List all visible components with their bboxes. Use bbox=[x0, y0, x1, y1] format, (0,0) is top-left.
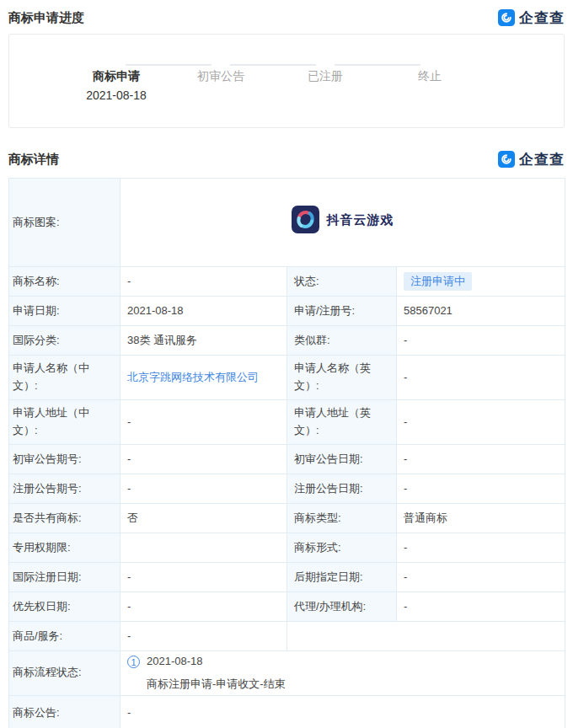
qichacha-logo-text: 企查查 bbox=[519, 8, 565, 28]
trademark-progress-stepper: 商标申请 2021-08-18 初审公告 已注册 终止 bbox=[9, 35, 564, 102]
process-step-date: 2021-08-18 bbox=[147, 653, 203, 671]
field-label: 优先权日期: bbox=[9, 592, 120, 622]
row-intl-later: 国际注册日期: - 后期指定日期: - bbox=[9, 563, 565, 592]
step-label: 初审公告 bbox=[169, 69, 273, 84]
field-label: 申请人名称（中文）: bbox=[9, 356, 120, 400]
field-value: - bbox=[120, 592, 287, 622]
field-value: 北京字跳网络技术有限公司 bbox=[120, 356, 287, 400]
step-registered: 已注册 bbox=[273, 61, 378, 102]
qichacha-logo: 企查查 bbox=[498, 150, 565, 169]
field-label: 是否共有商标: bbox=[9, 504, 120, 533]
field-label: 申请/注册号: bbox=[287, 297, 397, 326]
field-label: 代理/办理机构: bbox=[287, 592, 397, 622]
field-value: - bbox=[397, 533, 565, 563]
row-class-group: 国际分类: 38类 通讯服务 类似群: - bbox=[9, 326, 565, 356]
field-value: - bbox=[120, 267, 287, 297]
row-prelim-issue: 初审公告期号: - 初审公告日期: - bbox=[9, 445, 565, 474]
field-value: - bbox=[397, 400, 565, 445]
field-value: 普通商标 bbox=[397, 504, 565, 533]
field-label: 初审公告日期: bbox=[287, 445, 397, 474]
row-trademark-image: 商标图案: 抖音云游戏 bbox=[9, 179, 565, 267]
field-label: 注册公告日期: bbox=[287, 474, 397, 504]
field-value: - bbox=[120, 445, 287, 474]
field-value: - bbox=[120, 400, 287, 445]
detail-section-title: 商标详情 bbox=[8, 152, 59, 168]
qichacha-icon bbox=[498, 9, 515, 26]
row-shared-type: 是否共有商标: 否 商标类型: 普通商标 bbox=[9, 504, 565, 533]
field-label: 注册公告期号: bbox=[9, 474, 120, 504]
step-date: 2021-08-18 bbox=[64, 88, 169, 102]
process-status-cell: 1 2021-08-18 商标注册申请-申请收文-结束 bbox=[120, 651, 565, 696]
field-value: - bbox=[397, 474, 565, 504]
process-step-number-icon: 1 bbox=[127, 656, 140, 668]
applicant-company-link[interactable]: 北京字跳网络技术有限公司 bbox=[127, 371, 259, 383]
field-label: 商标公告: bbox=[9, 695, 120, 728]
field-value: - bbox=[397, 445, 565, 474]
field-value: 否 bbox=[120, 504, 287, 533]
trademark-progress-section: 商标申请进度 企查查 商标申请 2021-08-18 初审公告 bbox=[0, 7, 573, 128]
field-value: 2021-08-18 bbox=[120, 297, 287, 326]
progress-section-header: 商标申请进度 企查查 bbox=[8, 7, 565, 29]
field-value: - bbox=[397, 356, 565, 400]
progress-card: 商标申请 2021-08-18 初审公告 已注册 终止 bbox=[8, 34, 565, 128]
field-value: - bbox=[120, 622, 287, 651]
row-date-regno: 申请日期: 2021-08-18 申请/注册号: 58567021 bbox=[9, 297, 565, 326]
progress-section-title: 商标申请进度 bbox=[8, 10, 84, 26]
field-label: 商标形式: bbox=[287, 533, 397, 563]
field-value: 58567021 bbox=[397, 297, 565, 326]
detail-section-header: 商标详情 企查查 bbox=[8, 148, 565, 170]
qichacha-logo: 企查查 bbox=[498, 8, 565, 28]
field-label: 专用权期限: bbox=[9, 533, 120, 563]
field-value: - bbox=[397, 563, 565, 592]
field-label: 申请人名称（英文）: bbox=[287, 356, 397, 400]
field-label: 申请人地址（中文）: bbox=[9, 400, 120, 445]
trademark-logo: 抖音云游戏 bbox=[292, 206, 394, 233]
row-name-status: 商标名称: - 状态: 注册申请中 bbox=[9, 267, 565, 297]
step-label: 终止 bbox=[378, 69, 482, 84]
process-step-description: 商标注册申请-申请收文-结束 bbox=[147, 676, 558, 693]
row-goods-services: 商品/服务: - bbox=[9, 622, 565, 651]
field-label: 商标类型: bbox=[287, 504, 397, 533]
field-label: 商标名称: bbox=[9, 267, 120, 297]
field-value: - bbox=[120, 695, 565, 728]
status-badge: 注册申请中 bbox=[404, 272, 472, 292]
step-trademark-application: 商标申请 2021-08-18 bbox=[64, 61, 169, 102]
qichacha-icon bbox=[498, 151, 515, 168]
field-value bbox=[120, 533, 287, 563]
field-label: 国际分类: bbox=[9, 326, 120, 356]
field-label: 后期指定日期: bbox=[287, 563, 397, 592]
trademark-image-cell: 抖音云游戏 bbox=[120, 179, 565, 267]
field-value: - bbox=[397, 326, 565, 356]
douyin-cloud-game-app-icon bbox=[292, 206, 319, 233]
field-value: - bbox=[120, 474, 287, 504]
field-label: 类似群: bbox=[287, 326, 397, 356]
field-label: 状态: bbox=[287, 267, 397, 297]
field-label: 初审公告期号: bbox=[9, 445, 120, 474]
step-label: 商标申请 bbox=[64, 69, 169, 84]
trademark-detail-table: 商标图案: 抖音云游戏 bbox=[8, 178, 565, 728]
row-reg-issue: 注册公告期号: - 注册公告日期: - bbox=[9, 474, 565, 504]
field-label: 国际注册日期: bbox=[9, 563, 120, 592]
field-label: 商标流程状态: bbox=[9, 651, 120, 696]
step-label: 已注册 bbox=[273, 69, 378, 84]
qichacha-logo-text: 企查查 bbox=[519, 150, 565, 169]
trademark-logo-text: 抖音云游戏 bbox=[327, 210, 394, 230]
field-label: 商品/服务: bbox=[9, 622, 120, 651]
field-label: 申请人地址（英文）: bbox=[287, 400, 397, 445]
row-trademark-gazette: 商标公告: - bbox=[9, 695, 565, 728]
field-label: 申请日期: bbox=[9, 297, 120, 326]
field-value: - bbox=[120, 563, 287, 592]
row-applicant-address: 申请人地址（中文）: - 申请人地址（英文）: - bbox=[9, 400, 565, 445]
field-value: 38类 通讯服务 bbox=[120, 326, 287, 356]
field-value: 注册申请中 bbox=[397, 267, 565, 297]
process-step-line: 1 2021-08-18 bbox=[127, 653, 558, 671]
row-term-form: 专用权期限: 商标形式: - bbox=[9, 533, 565, 563]
row-priority-agency: 优先权日期: - 代理/办理机构: - bbox=[9, 592, 565, 622]
trademark-detail-section: 商标详情 企查查 商标图案: bbox=[0, 148, 573, 728]
row-applicant-name: 申请人名称（中文）: 北京字跳网络技术有限公司 申请人名称（英文）: - bbox=[9, 356, 565, 400]
row-process-status: 商标流程状态: 1 2021-08-18 商标注册申请-申请收文-结束 bbox=[9, 651, 565, 696]
empty-cell bbox=[287, 622, 565, 651]
field-label: 商标图案: bbox=[9, 179, 120, 267]
step-preliminary-publication: 初审公告 bbox=[169, 61, 273, 102]
step-terminated: 终止 bbox=[378, 61, 482, 102]
